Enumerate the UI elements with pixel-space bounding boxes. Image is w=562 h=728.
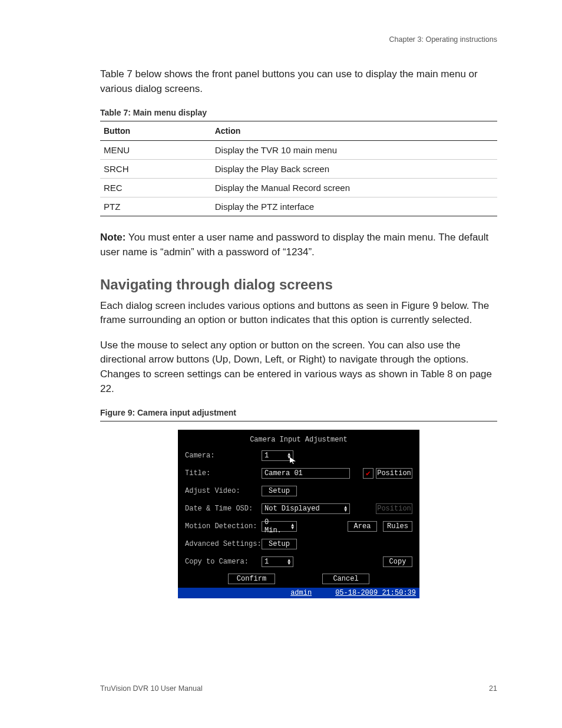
lbl-camera: Camera: (185, 452, 262, 460)
section-para2: Use the mouse to select any option or bu… (100, 338, 497, 397)
osd-position-button: Position (376, 503, 412, 514)
motion-area-button[interactable]: Area (348, 521, 377, 532)
lbl-adjust: Adjust Video: (185, 487, 262, 495)
figure9-caption: Figure 9: Camera input adjustment (100, 408, 497, 417)
table7-btn: REC (100, 179, 211, 197)
lbl-copy: Copy to Camera: (185, 558, 262, 566)
lbl-motion: Motion Detection: (185, 522, 262, 531)
copy-button[interactable]: Copy (383, 556, 412, 567)
camera-value: 1 (265, 452, 269, 460)
table-row: MENU Display the TVR 10 main menu (100, 141, 497, 160)
copy-value: 1 (265, 558, 269, 566)
motion-select[interactable]: 0 Min. ▲▼ (262, 521, 297, 532)
dvr-statusbar: admin 05-18-2009 21:50:39 (178, 588, 419, 598)
intro-paragraph: Table 7 below shows the front panel butt… (100, 67, 497, 96)
lbl-title: Title: (185, 469, 262, 477)
table-row: SRCH Display the Play Back screen (100, 160, 497, 179)
title-input[interactable]: Camera 01 (262, 468, 350, 479)
table7-head-action: Action (211, 121, 497, 141)
table7-act: Display the PTZ interface (211, 197, 497, 216)
confirm-button[interactable]: Confirm (228, 574, 275, 584)
figure9-rule (100, 421, 497, 421)
table7-btn: MENU (100, 141, 211, 160)
dvr-title: Camera Input Adjustment (185, 436, 412, 444)
table7: Button Action MENU Display the TVR 10 ma… (100, 121, 497, 216)
motion-rules-button[interactable]: Rules (383, 521, 412, 532)
table7-head-button: Button (100, 121, 211, 141)
dvr-dialog: Camera Input Adjustment Camera: 1 ▲▼ Tit… (178, 430, 419, 598)
motion-value: 0 Min. (265, 518, 289, 535)
lbl-osd: Date & Time OSD: (185, 505, 262, 513)
advanced-setup-button[interactable]: Setup (262, 539, 297, 549)
note-text: You must enter a user name and password … (100, 232, 488, 258)
title-checkbox[interactable]: ✔ (363, 468, 373, 479)
table7-caption: Table 7: Main menu display (100, 108, 497, 117)
table7-act: Display the Manual Record screen (211, 179, 497, 197)
table7-btn: PTZ (100, 197, 211, 216)
note-paragraph: Note: You must enter a user name and pas… (100, 230, 497, 259)
spinner-icon: ▲▼ (291, 523, 294, 529)
status-user: admin (290, 589, 312, 597)
camera-select[interactable]: 1 ▲▼ (262, 450, 293, 461)
lbl-advanced: Advanced Settings: (185, 540, 262, 548)
copy-select[interactable]: 1 ▲▼ (262, 556, 293, 567)
adjust-setup-button[interactable]: Setup (262, 486, 297, 496)
osd-select[interactable]: Not Displayed ▲▼ (262, 503, 350, 514)
spinner-icon: ▲▼ (287, 559, 290, 565)
chapter-header: Chapter 3: Operating instructions (100, 35, 497, 44)
title-position-button[interactable]: Position (376, 468, 412, 479)
table-row: PTZ Display the PTZ interface (100, 197, 497, 216)
footer-page: 21 (489, 684, 497, 693)
osd-value: Not Displayed (265, 505, 320, 513)
table7-btn: SRCH (100, 160, 211, 179)
spinner-icon: ▲▼ (344, 506, 347, 512)
note-label: Note: (100, 232, 125, 243)
table7-act: Display the Play Back screen (211, 160, 497, 179)
document-page: Chapter 3: Operating instructions Table … (0, 0, 562, 728)
footer-manual: TruVision DVR 10 User Manual (100, 684, 203, 693)
status-datetime: 05-18-2009 21:50:39 (335, 589, 416, 597)
section-para1: Each dialog screen includes various opti… (100, 299, 497, 328)
table-row: REC Display the Manual Record screen (100, 179, 497, 197)
section-heading: Navigating through dialog screens (100, 276, 497, 293)
title-value: Camera 01 (265, 469, 303, 477)
cancel-button[interactable]: Cancel (322, 574, 369, 584)
table7-act: Display the TVR 10 main menu (211, 141, 497, 160)
